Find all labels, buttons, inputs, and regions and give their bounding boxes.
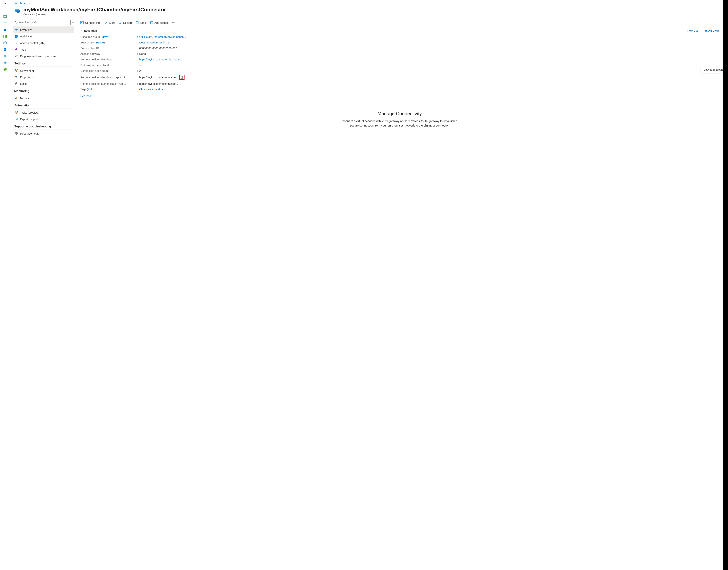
nav-tags[interactable]: Tags: [13, 46, 74, 53]
sql-icon[interactable]: SQL: [3, 47, 7, 51]
prop-value[interactable]: Documentation Testing 1: [139, 41, 169, 44]
manage-connectivity-section: Manage Connectivity Connect a virtual ne…: [80, 100, 719, 131]
search-icon: [14, 21, 17, 24]
svg-rect-6: [4, 24, 7, 24]
prop-label: Connection node count: [80, 69, 137, 72]
json-view-link[interactable]: JSON View: [704, 29, 719, 32]
svg-rect-12: [6, 36, 7, 37]
separator: [702, 29, 702, 32]
breadcrumb-root[interactable]: Dashboard: [14, 2, 27, 5]
prop-label: Gateway virtual network: [80, 63, 137, 67]
add-tags-link[interactable]: Click here to add tags: [139, 88, 166, 91]
essentials-properties: Resource group (Move):QuickstartCreateMo…: [80, 34, 719, 92]
nav-overview[interactable]: Overview: [13, 26, 74, 33]
list-icon[interactable]: [3, 21, 7, 25]
svg-rect-37: [15, 69, 16, 70]
nav-diagnose[interactable]: Diagnose and solve problems: [13, 53, 74, 59]
plus-icon[interactable]: [3, 8, 7, 12]
globe-icon[interactable]: [3, 54, 7, 58]
nav-label: Export template: [20, 117, 39, 121]
svg-point-34: [15, 42, 16, 43]
expand-icon[interactable]: »: [3, 1, 7, 5]
nav-activity-log[interactable]: Activity log: [13, 33, 74, 40]
edit-link[interactable]: Edit: [88, 88, 93, 91]
copy-button[interactable]: [179, 75, 185, 80]
prop-label: Remote desktop dashboard reply URL: [80, 76, 137, 79]
svg-point-36: [17, 49, 17, 49]
cube-outline-icon[interactable]: [3, 41, 7, 45]
svg-rect-9: [6, 35, 7, 36]
export-icon: [15, 117, 18, 121]
restart-icon: [118, 21, 122, 24]
properties-icon: [15, 75, 18, 79]
svg-rect-11: [5, 36, 5, 37]
wrench-icon: [15, 54, 18, 58]
chart-icon[interactable]: [3, 15, 7, 19]
svg-rect-0: [3, 15, 7, 18]
chevron-up-icon: [80, 29, 82, 32]
svg-rect-46: [16, 97, 17, 99]
nav-networking[interactable]: Networking: [13, 67, 74, 74]
move-link[interactable]: Move: [102, 35, 108, 38]
nav-label: Properties: [20, 75, 32, 79]
prop-label: Access gateway: [80, 52, 137, 55]
svg-rect-15: [6, 37, 7, 38]
star-icon[interactable]: [3, 28, 7, 32]
nav-access-control[interactable]: Access control (IAM): [13, 40, 74, 46]
nav-resource-health[interactable]: Resource health: [13, 130, 74, 137]
nav-label: Activity log: [20, 35, 33, 38]
breadcrumb[interactable]: Dashboard ›: [10, 0, 723, 6]
nav-properties[interactable]: Properties: [13, 74, 74, 80]
nav-header-automation: Automation: [13, 101, 74, 108]
nav-metrics[interactable]: Metrics: [13, 95, 74, 101]
svg-point-29: [16, 29, 18, 30]
stop-button[interactable]: Stop: [136, 21, 146, 24]
prop-value: None: [139, 52, 146, 55]
nav-label: Diagnose and solve problems: [20, 55, 56, 58]
essentials-toggle[interactable]: Essentials: [80, 29, 98, 32]
cost-icon[interactable]: $: [3, 67, 7, 71]
svg-point-3: [3, 23, 4, 24]
prop-value[interactable]: QuickstartCreateModSimWorkbench...: [139, 35, 186, 38]
svg-point-48: [15, 111, 15, 112]
page-title: myModSimWorkbench/myFirstChamber/myFirst…: [23, 7, 166, 13]
view-cost-link[interactable]: View Cost: [687, 29, 699, 32]
svg-rect-2: [4, 22, 7, 22]
svg-rect-31: [15, 36, 17, 36]
prop-value: https://myfirstconnector.abcde...: [139, 76, 178, 79]
nav-label: Tags: [20, 48, 26, 51]
nav-label: Networking: [20, 69, 34, 72]
nav-tasks[interactable]: Tasks (preview): [13, 109, 74, 116]
add-license-button[interactable]: Add license: [150, 21, 169, 24]
svg-point-43: [16, 77, 17, 78]
prop-label: Remote desktop dashboard: [80, 58, 137, 61]
see-less-link[interactable]: See less: [80, 93, 719, 100]
svg-point-49: [17, 111, 18, 112]
prop-value: 2: [139, 69, 141, 72]
svg-text:$: $: [5, 69, 5, 70]
start-button[interactable]: Start: [104, 21, 115, 24]
connect-info-button[interactable]: Connect info: [80, 21, 101, 24]
prop-value[interactable]: https://myfirstconnector-dashboard...: [139, 58, 184, 61]
restart-button[interactable]: Restart: [118, 21, 132, 24]
nav-label: Access control (IAM): [20, 41, 45, 44]
grid-icon[interactable]: [3, 34, 7, 38]
nav-label: Tasks (preview): [20, 111, 39, 114]
more-button[interactable]: ···: [172, 21, 176, 24]
search-input[interactable]: [18, 21, 69, 24]
copy-tooltip: Copy to clipboard: [701, 67, 723, 73]
svg-rect-8: [5, 35, 5, 36]
nav-export-template[interactable]: Export template: [13, 116, 74, 122]
svg-point-42: [15, 76, 16, 77]
right-edge: [723, 0, 728, 570]
prop-label: Tags (Edit): [80, 88, 137, 91]
collapse-nav-icon[interactable]: «: [72, 21, 74, 24]
people-icon: [15, 28, 18, 31]
diamond-icon[interactable]: [3, 61, 7, 65]
nav-search[interactable]: [13, 20, 70, 25]
svg-rect-53: [136, 22, 138, 24]
move-link[interactable]: Move: [97, 41, 104, 44]
nav-header-support: Support + troubleshooting: [13, 122, 74, 129]
svg-point-25: [15, 9, 17, 10]
nav-locks[interactable]: Locks: [13, 80, 74, 87]
